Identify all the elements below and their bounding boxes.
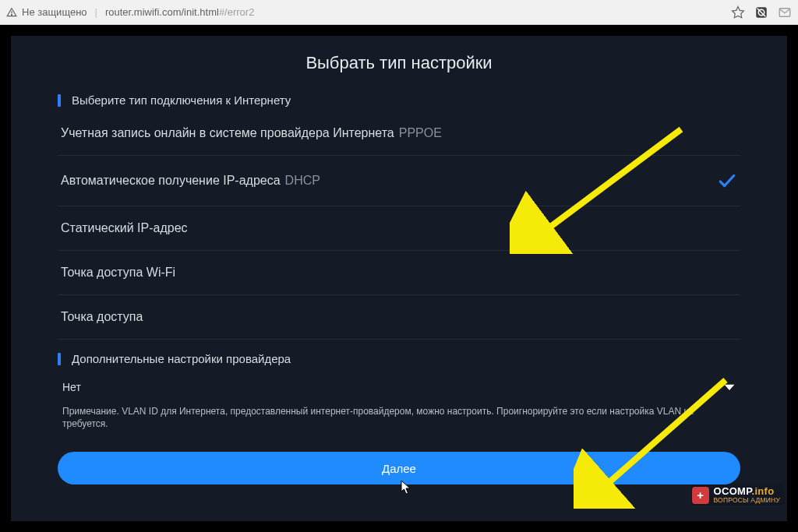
address-separator: | [95, 6, 97, 18]
page-title: Выбрать тип настройки [11, 36, 787, 81]
url[interactable]: router.miwifi.com/init.html#/error2 [105, 6, 254, 18]
option-pppoe[interactable]: Учетная запись онлайн в системе провайде… [58, 111, 740, 156]
router-setup-page: Выбрать тип настройки Выберите тип подкл… [11, 36, 787, 521]
svg-marker-2 [733, 6, 744, 17]
option-wifi-ap[interactable]: Точка доступа Wi-Fi [58, 251, 740, 295]
option-static-ip[interactable]: Статический IP-адрес [58, 206, 740, 251]
extension-icon[interactable] [754, 5, 768, 19]
next-button[interactable]: Далее [58, 452, 740, 484]
option-dhcp[interactable]: Автоматическое получение IP-адресаDHCP [58, 156, 740, 206]
bookmark-star-icon[interactable] [731, 5, 745, 19]
section-accent-bar [58, 94, 61, 107]
vlan-note: Примечание. VLAN ID для Интернета, предо… [58, 401, 740, 430]
mouse-cursor-icon [401, 480, 411, 495]
provider-select[interactable]: Нет [58, 370, 740, 401]
mail-icon[interactable] [778, 5, 792, 19]
svg-marker-6 [725, 385, 735, 390]
security-label: Не защищено [22, 6, 87, 18]
section-connection-type: Выберите тип подключения к Интернету [58, 81, 740, 111]
connection-type-list: Учетная запись онлайн в системе провайде… [58, 111, 740, 340]
section-title: Выберите тип подключения к Интернету [72, 93, 291, 107]
option-ap[interactable]: Точка доступа [58, 295, 740, 340]
plus-badge-icon: + [692, 487, 709, 504]
browser-address-bar: Не защищено | router.miwifi.com/init.htm… [0, 0, 798, 25]
not-secure-icon [6, 7, 17, 18]
chevron-down-icon [723, 382, 736, 392]
section-provider-settings: Дополнительные настройки провайдера [58, 340, 740, 370]
section-title: Дополнительные настройки провайдера [72, 352, 291, 365]
site-watermark: + OCOMP.info ВОПРОСЫ АДМИНУ [690, 484, 785, 506]
checkmark-icon [717, 171, 737, 191]
section-accent-bar [58, 353, 61, 365]
svg-point-1 [12, 14, 12, 15]
provider-select-value: Нет [62, 381, 81, 393]
